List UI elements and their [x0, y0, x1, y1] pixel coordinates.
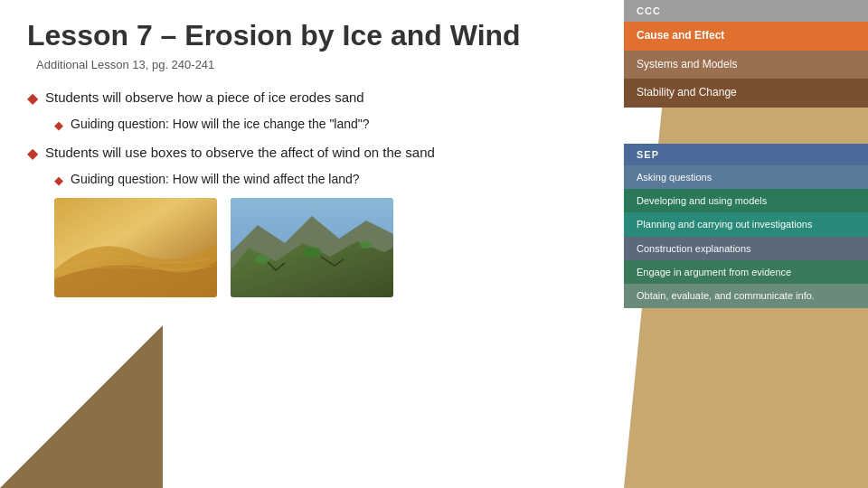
sidebar-item-planning[interactable]: Planning and carrying out investigations	[624, 212, 868, 236]
svg-point-3	[303, 247, 321, 258]
obtain-label: Obtain, evaluate, and communicate info.	[637, 290, 815, 301]
rocky-landscape-image	[231, 198, 393, 297]
planning-label: Planning and carrying out investigations	[637, 219, 812, 230]
bullet-2-text: Students will use boxes to observe the a…	[45, 143, 435, 162]
bullet-2: ◆ Students will use boxes to observe the…	[27, 143, 579, 162]
sub-bullet-2-icon: ◆	[54, 174, 63, 187]
bullet-1: ◆ Students will observe how a piece of i…	[27, 88, 579, 107]
ccc-label: CCC	[624, 0, 868, 22]
sidebar-item-developing[interactable]: Developing and using models	[624, 189, 868, 212]
sidebar-item-obtain[interactable]: Obtain, evaluate, and communicate info.	[624, 284, 868, 307]
sidebar-item-construction[interactable]: Construction explanations	[624, 237, 868, 260]
sand-dune-image	[54, 198, 217, 297]
engage-label: Engage in argument from evidence	[637, 267, 791, 277]
bullet-1-icon: ◆	[27, 89, 38, 107]
developing-label: Developing and using models	[637, 195, 767, 206]
bullet-2-icon: ◆	[27, 145, 38, 162]
images-row	[54, 198, 579, 297]
sidebar-item-stability-change[interactable]: Stability and Change	[624, 79, 868, 108]
lesson-subtitle: Additional Lesson 13, pg. 240-241	[36, 58, 579, 71]
sub-bullet-1: ◆ Guiding question: How will the ice cha…	[54, 116, 579, 134]
page-title: Lesson 7 – Erosion by Ice and Wind	[27, 18, 579, 52]
sidebar-spacer	[624, 108, 868, 135]
construction-label: Construction explanations	[637, 243, 751, 254]
right-sidebar: CCC Cause and Effect Systems and Models …	[624, 0, 868, 488]
sub-bullet-2: ◆ Guiding question: How will the wind af…	[54, 171, 579, 189]
sub-bullet-2-text: Guiding question: How will the wind affe…	[71, 171, 360, 189]
sidebar-item-systems-models[interactable]: Systems and Models	[624, 51, 868, 80]
sidebar-item-engage[interactable]: Engage in argument from evidence	[624, 260, 868, 284]
cause-effect-label: Cause and Effect	[637, 29, 724, 42]
svg-point-2	[255, 255, 269, 264]
sub-bullet-1-text: Guiding question: How will the ice chang…	[71, 116, 370, 134]
sub-bullet-1-icon: ◆	[54, 118, 63, 132]
systems-models-label: Systems and Models	[637, 58, 737, 70]
sep-label: SEP	[624, 144, 868, 165]
sidebar-item-asking[interactable]: Asking questions	[624, 165, 868, 189]
sidebar-item-cause-effect[interactable]: Cause and Effect	[624, 22, 868, 51]
bullet-1-text: Students will observe how a piece of ice…	[45, 88, 364, 107]
svg-point-4	[360, 241, 373, 249]
main-content: Lesson 7 – Erosion by Ice and Wind Addit…	[0, 0, 606, 488]
asking-label: Asking questions	[637, 172, 712, 183]
stability-change-label: Stability and Change	[637, 86, 737, 99]
